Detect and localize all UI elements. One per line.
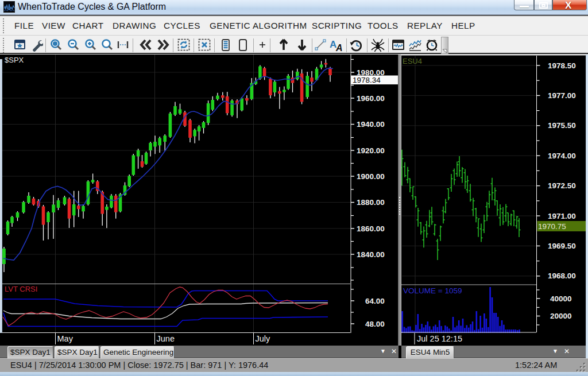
svg-text:1860.00: 1860.00 <box>357 224 385 233</box>
svg-text:LVT CRSI: LVT CRSI <box>5 285 37 293</box>
svg-text:1974.00: 1974.00 <box>548 152 576 160</box>
svg-text:1978.34: 1978.34 <box>353 76 381 84</box>
svg-text:64.00: 64.00 <box>365 297 385 305</box>
svg-text:1880.00: 1880.00 <box>357 198 385 207</box>
svg-text:VOLUME = 1059: VOLUME = 1059 <box>403 286 462 295</box>
svg-text:1940.00: 1940.00 <box>357 120 385 129</box>
svg-text:A: A <box>335 43 343 52</box>
svg-text:1975.50: 1975.50 <box>548 121 576 130</box>
svg-text:May: May <box>57 334 74 343</box>
svg-text:$SPX: $SPX <box>5 56 24 64</box>
svg-text:1960.00: 1960.00 <box>357 94 385 103</box>
svg-text:Jul 25 12:15: Jul 25 12:15 <box>417 334 462 343</box>
svg-text:1977.00: 1977.00 <box>548 91 576 100</box>
svg-text:40000: 40000 <box>550 294 572 303</box>
svg-text:June: June <box>157 334 175 343</box>
svg-text:1971.00: 1971.00 <box>548 212 576 220</box>
svg-text:1968.00: 1968.00 <box>548 272 576 280</box>
svg-text:20000: 20000 <box>550 312 572 320</box>
svg-text:1920.00: 1920.00 <box>357 146 385 155</box>
svg-text:1972.50: 1972.50 <box>548 181 576 190</box>
svg-text:1970.75: 1970.75 <box>538 222 566 231</box>
svg-text:48.00: 48.00 <box>365 320 385 328</box>
svg-text:1978.50: 1978.50 <box>548 61 576 70</box>
svg-text:1840.00: 1840.00 <box>357 250 385 259</box>
svg-text:July: July <box>256 334 271 343</box>
svg-text:1969.50: 1969.50 <box>548 242 576 250</box>
svg-text:1900.00: 1900.00 <box>357 172 385 181</box>
svg-text:ESU4: ESU4 <box>403 57 422 65</box>
